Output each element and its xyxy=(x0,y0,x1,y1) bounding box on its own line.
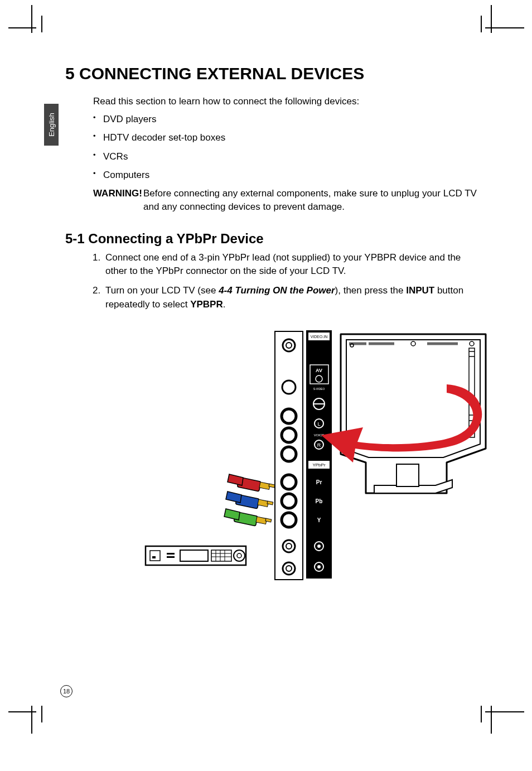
steps-list: Connect one end of a 3-pin YPbPr lead (n… xyxy=(88,251,495,312)
panel-label: Pr xyxy=(316,479,322,485)
svg-point-57 xyxy=(237,553,241,558)
svg-point-24 xyxy=(317,544,321,548)
svg-rect-50 xyxy=(211,550,231,561)
warning-label: WARNING! xyxy=(93,187,143,214)
svg-rect-48 xyxy=(167,556,175,558)
svg-point-13 xyxy=(286,566,292,571)
tv-back-illustration xyxy=(341,334,486,493)
svg-rect-45 xyxy=(150,551,160,561)
connection-diagram: VIDEO.IN AV S-VIDEO L VOICE R YPbPr Pr P… xyxy=(101,326,491,588)
step-item: Turn on your LCD TV (see 4-4 Turning ON … xyxy=(103,284,495,311)
svg-rect-42 xyxy=(256,517,267,524)
rca-plug-blue xyxy=(226,491,273,509)
section-title: 5 CONNECTING EXTERNAL DEVICES xyxy=(65,64,495,83)
language-tab: English xyxy=(44,104,59,146)
svg-point-4 xyxy=(282,409,296,423)
intro-item: DVD players xyxy=(93,112,495,127)
page-number: 18 xyxy=(60,685,72,697)
tv-connector-panel: VIDEO.IN AV S-VIDEO L VOICE R YPbPr Pr P… xyxy=(275,330,332,580)
svg-rect-47 xyxy=(167,553,175,555)
rca-plug-red xyxy=(228,474,275,491)
panel-label: Y xyxy=(317,517,321,523)
intro-item: VCRs xyxy=(93,150,495,164)
intro-item: Computers xyxy=(93,168,495,182)
svg-point-5 xyxy=(282,428,296,442)
panel-label: AV xyxy=(316,368,322,373)
svg-rect-32 xyxy=(396,464,419,486)
svg-rect-46 xyxy=(152,556,156,558)
svg-point-2 xyxy=(286,343,292,348)
svg-point-8 xyxy=(282,494,296,508)
svg-point-11 xyxy=(286,543,292,549)
step-item: Connect one end of a 3-pin YPbPr lead (n… xyxy=(103,251,495,278)
panel-label: Pb xyxy=(316,498,323,504)
step-cross-ref: 4-4 Turning ON the Power xyxy=(219,285,335,296)
intro-block: Read this section to learn how to connec… xyxy=(93,94,495,214)
step-text: Turn on your LCD TV (see xyxy=(105,285,219,296)
rca-plug-green xyxy=(224,509,272,526)
panel-label: L xyxy=(317,421,320,427)
intro-item: HDTV decoder set-top boxes xyxy=(93,131,495,145)
panel-label: VIDEO.IN xyxy=(311,335,328,339)
svg-point-3 xyxy=(282,380,296,394)
panel-label: S-VIDEO xyxy=(313,387,325,391)
subsection-title: 5-1 Connecting a YPbPr Device xyxy=(65,231,495,247)
svg-point-7 xyxy=(282,475,296,489)
page-number-value: 18 xyxy=(63,688,70,695)
step-selection: YPBPR xyxy=(190,299,223,310)
step-button-name: INPUT xyxy=(406,285,434,296)
page-content: 5 CONNECTING EXTERNAL DEVICES Read this … xyxy=(65,64,495,588)
step-text: ), then press the xyxy=(335,285,407,296)
panel-label: R xyxy=(317,442,321,448)
language-tab-label: English xyxy=(47,113,56,137)
svg-point-9 xyxy=(282,513,296,527)
svg-rect-39 xyxy=(258,499,269,507)
svg-rect-49 xyxy=(180,550,208,561)
intro-lead: Read this section to learn how to connec… xyxy=(93,94,495,109)
svg-point-6 xyxy=(282,447,296,461)
dvd-player-illustration xyxy=(146,546,246,565)
warning-text: Before connecting any external component… xyxy=(143,187,495,214)
panel-label: YPbPr xyxy=(312,462,325,468)
svg-rect-36 xyxy=(259,482,270,490)
step-text: . xyxy=(223,299,226,310)
svg-point-26 xyxy=(317,565,321,568)
warning-block: WARNING! Before connecting any external … xyxy=(93,187,495,214)
step-text: Connect one end of a 3-pin YPbPr lead (n… xyxy=(105,252,461,277)
